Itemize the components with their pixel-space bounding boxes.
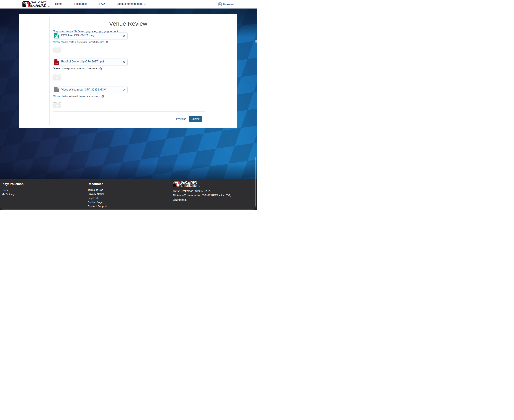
svg-text:PLAY!: PLAY! bbox=[181, 181, 198, 185]
svg-text:PDF: PDF bbox=[55, 63, 58, 64]
svg-text:TM: TM bbox=[48, 6, 50, 7]
svg-text:POKÉMON: POKÉMON bbox=[181, 185, 197, 187]
svg-text:PLAY!: PLAY! bbox=[30, 1, 47, 6]
svg-text:TM: TM bbox=[199, 186, 200, 187]
svg-text:POKÉMON: POKÉMON bbox=[30, 5, 46, 8]
